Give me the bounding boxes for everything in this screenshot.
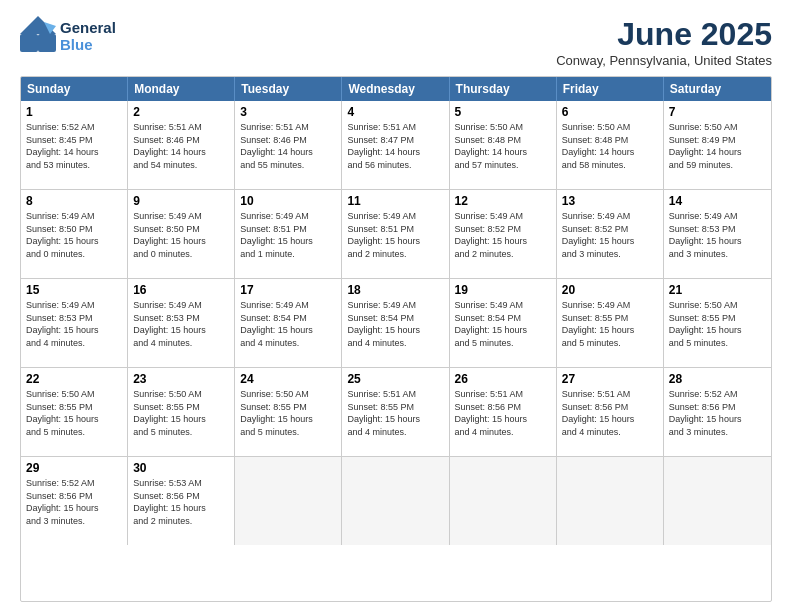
day-15: 15 Sunrise: 5:49 AMSunset: 8:53 PMDaylig… xyxy=(21,279,128,367)
week-row-1: 1 Sunrise: 5:52 AMSunset: 8:45 PMDayligh… xyxy=(21,101,771,189)
day-10: 10 Sunrise: 5:49 AMSunset: 8:51 PMDaylig… xyxy=(235,190,342,278)
svg-rect-1 xyxy=(38,34,56,52)
header-sunday: Sunday xyxy=(21,77,128,101)
page: General Blue June 2025 Conway, Pennsylva… xyxy=(0,0,792,612)
day-7: 7 Sunrise: 5:50 AMSunset: 8:49 PMDayligh… xyxy=(664,101,771,189)
header-saturday: Saturday xyxy=(664,77,771,101)
svg-rect-0 xyxy=(20,34,38,52)
week-row-3: 15 Sunrise: 5:49 AMSunset: 8:53 PMDaylig… xyxy=(21,278,771,367)
header-tuesday: Tuesday xyxy=(235,77,342,101)
week-row-2: 8 Sunrise: 5:49 AMSunset: 8:50 PMDayligh… xyxy=(21,189,771,278)
day-5: 5 Sunrise: 5:50 AMSunset: 8:48 PMDayligh… xyxy=(450,101,557,189)
header: General Blue June 2025 Conway, Pennsylva… xyxy=(20,16,772,68)
day-22: 22 Sunrise: 5:50 AMSunset: 8:55 PMDaylig… xyxy=(21,368,128,456)
logo-general: General xyxy=(60,19,116,36)
day-2: 2 Sunrise: 5:51 AMSunset: 8:46 PMDayligh… xyxy=(128,101,235,189)
week-row-4: 22 Sunrise: 5:50 AMSunset: 8:55 PMDaylig… xyxy=(21,367,771,456)
title-block: June 2025 Conway, Pennsylvania, United S… xyxy=(556,16,772,68)
calendar: Sunday Monday Tuesday Wednesday Thursday… xyxy=(20,76,772,602)
day-28: 28 Sunrise: 5:52 AMSunset: 8:56 PMDaylig… xyxy=(664,368,771,456)
logo-text-block: General Blue xyxy=(60,19,116,53)
empty-4 xyxy=(557,457,664,545)
logo: General Blue xyxy=(20,16,116,56)
day-29: 29 Sunrise: 5:52 AMSunset: 8:56 PMDaylig… xyxy=(21,457,128,545)
day-17: 17 Sunrise: 5:49 AMSunset: 8:54 PMDaylig… xyxy=(235,279,342,367)
calendar-body: 1 Sunrise: 5:52 AMSunset: 8:45 PMDayligh… xyxy=(21,101,771,545)
day-19: 19 Sunrise: 5:49 AMSunset: 8:54 PMDaylig… xyxy=(450,279,557,367)
day-8: 8 Sunrise: 5:49 AMSunset: 8:50 PMDayligh… xyxy=(21,190,128,278)
day-6: 6 Sunrise: 5:50 AMSunset: 8:48 PMDayligh… xyxy=(557,101,664,189)
day-14: 14 Sunrise: 5:49 AMSunset: 8:53 PMDaylig… xyxy=(664,190,771,278)
header-friday: Friday xyxy=(557,77,664,101)
day-16: 16 Sunrise: 5:49 AMSunset: 8:53 PMDaylig… xyxy=(128,279,235,367)
day-25: 25 Sunrise: 5:51 AMSunset: 8:55 PMDaylig… xyxy=(342,368,449,456)
header-wednesday: Wednesday xyxy=(342,77,449,101)
week-row-5: 29 Sunrise: 5:52 AMSunset: 8:56 PMDaylig… xyxy=(21,456,771,545)
empty-1 xyxy=(235,457,342,545)
day-4: 4 Sunrise: 5:51 AMSunset: 8:47 PMDayligh… xyxy=(342,101,449,189)
day-23: 23 Sunrise: 5:50 AMSunset: 8:55 PMDaylig… xyxy=(128,368,235,456)
day-20: 20 Sunrise: 5:49 AMSunset: 8:55 PMDaylig… xyxy=(557,279,664,367)
logo-blue: Blue xyxy=(60,36,93,53)
day-30: 30 Sunrise: 5:53 AMSunset: 8:56 PMDaylig… xyxy=(128,457,235,545)
empty-3 xyxy=(450,457,557,545)
day-21: 21 Sunrise: 5:50 AMSunset: 8:55 PMDaylig… xyxy=(664,279,771,367)
empty-2 xyxy=(342,457,449,545)
day-11: 11 Sunrise: 5:49 AMSunset: 8:51 PMDaylig… xyxy=(342,190,449,278)
day-26: 26 Sunrise: 5:51 AMSunset: 8:56 PMDaylig… xyxy=(450,368,557,456)
day-1: 1 Sunrise: 5:52 AMSunset: 8:45 PMDayligh… xyxy=(21,101,128,189)
header-thursday: Thursday xyxy=(450,77,557,101)
day-12: 12 Sunrise: 5:49 AMSunset: 8:52 PMDaylig… xyxy=(450,190,557,278)
day-24: 24 Sunrise: 5:50 AMSunset: 8:55 PMDaylig… xyxy=(235,368,342,456)
month-title: June 2025 xyxy=(556,16,772,53)
empty-5 xyxy=(664,457,771,545)
day-3: 3 Sunrise: 5:51 AMSunset: 8:46 PMDayligh… xyxy=(235,101,342,189)
day-13: 13 Sunrise: 5:49 AMSunset: 8:52 PMDaylig… xyxy=(557,190,664,278)
location: Conway, Pennsylvania, United States xyxy=(556,53,772,68)
day-27: 27 Sunrise: 5:51 AMSunset: 8:56 PMDaylig… xyxy=(557,368,664,456)
header-monday: Monday xyxy=(128,77,235,101)
calendar-header: Sunday Monday Tuesday Wednesday Thursday… xyxy=(21,77,771,101)
day-18: 18 Sunrise: 5:49 AMSunset: 8:54 PMDaylig… xyxy=(342,279,449,367)
logo-icon xyxy=(20,16,56,56)
day-9: 9 Sunrise: 5:49 AMSunset: 8:50 PMDayligh… xyxy=(128,190,235,278)
